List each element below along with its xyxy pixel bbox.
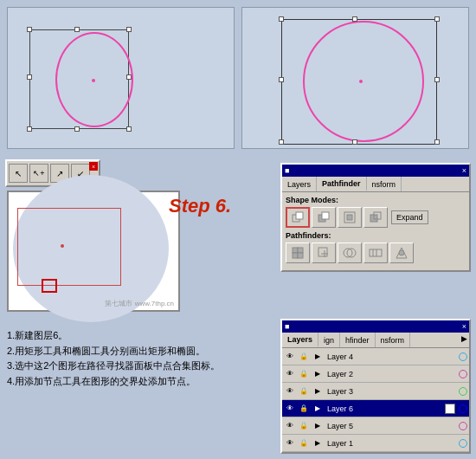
arrow-icon-4[interactable]: ▶ (312, 351, 324, 363)
tab-align[interactable]: ign (318, 333, 340, 347)
shape-modes-row: Expand (286, 207, 466, 228)
lock-icon-5[interactable]: 🔒 (298, 420, 310, 432)
pathfinder-close-button[interactable]: × (462, 166, 466, 175)
mid-left: × ↖ ↖+ ↗ ↙ 第七城市 www.7thp.cn (0, 156, 234, 325)
handle-r-bm[interactable] (352, 139, 357, 145)
svg-rect-3 (322, 212, 329, 219)
layer-row-6[interactable]: 👁 🔒 ▶ Layer 6 (282, 400, 469, 417)
svg-rect-17 (370, 249, 382, 256)
handle-r-bl[interactable] (279, 139, 284, 145)
shape-mode-btn-2[interactable] (312, 207, 336, 228)
svg-rect-8 (293, 248, 298, 253)
tool-select[interactable]: ↖ (9, 164, 28, 183)
handle-r-mr[interactable] (434, 77, 440, 82)
instructions-panel: 1.新建图层6。 2.用矩形工具和椭圆工具分别画出矩形和椭圆。 3.选中这2个图… (5, 325, 239, 456)
handle-r-tm[interactable] (352, 16, 357, 22)
arrow-icon-6[interactable]: ▶ (312, 403, 324, 415)
eye-icon-6[interactable]: 👁 (284, 403, 296, 415)
handle-br[interactable] (126, 126, 132, 132)
watermark-mid: 第七城市 www.7thp.cn (105, 299, 174, 308)
toolbar-close-button[interactable]: × (89, 162, 98, 171)
arrow-icon-3[interactable]: ▶ (312, 385, 324, 398)
layers-panel: ■ × Layers ign hfinder nsform ▶ 👁 🔒 ▶ La… (280, 319, 471, 454)
shape-mode-btn-1[interactable] (286, 207, 310, 228)
handle-tm[interactable] (74, 27, 80, 32)
arrow-icon-5[interactable]: ▶ (312, 420, 324, 432)
inner-rectangle (17, 208, 121, 286)
layer-row-3[interactable]: 👁 🔒 ▶ Layer 3 (282, 383, 469, 400)
svg-rect-10 (293, 253, 298, 258)
expand-button[interactable]: Expand (391, 210, 428, 224)
layer-row-5[interactable]: 👁 🔒 ▶ Layer 5 (282, 417, 469, 435)
layer-row-4[interactable]: 👁 🔒 ▶ Layer 4 (282, 348, 469, 365)
layer-name-4: Layer 4 (325, 352, 457, 361)
layer-circle-6 (459, 404, 467, 413)
layers-title-icon: ■ (285, 322, 289, 331)
center-dot-right (359, 80, 363, 83)
handle-r-ml[interactable] (279, 77, 284, 82)
handle-bm[interactable] (74, 126, 80, 132)
handle-r-br[interactable] (434, 139, 440, 145)
instruction-line-1: 1.新建图层6。 (7, 328, 237, 344)
tab-transform-l[interactable]: nsform (376, 333, 411, 347)
eye-icon-3[interactable]: 👁 (284, 385, 296, 398)
tab-layers-main[interactable]: Layers (282, 333, 318, 347)
svg-rect-12 (318, 248, 327, 256)
svg-rect-1 (296, 212, 303, 219)
svg-rect-5 (347, 215, 352, 220)
handle-r-tl[interactable] (279, 16, 284, 22)
arrow-icon-1[interactable]: ▶ (312, 437, 324, 449)
lock-icon-4[interactable]: 🔒 (298, 351, 310, 363)
pathfinder-btn-2[interactable] (312, 242, 336, 263)
eye-icon-5[interactable]: 👁 (284, 420, 296, 432)
tab-layers[interactable]: Layers (282, 177, 317, 191)
layers-menu-btn[interactable]: ▶ (460, 333, 469, 347)
handle-tr[interactable] (126, 27, 132, 32)
lock-icon-6[interactable]: 🔒 (298, 403, 310, 415)
top-section (0, 0, 476, 156)
layer-circle-2 (459, 370, 467, 378)
layer-swatch-6 (445, 404, 455, 414)
tab-transform[interactable]: nsform (367, 177, 402, 191)
pathfinders-label: Pathfinders: (286, 231, 466, 240)
handle-r-tr[interactable] (434, 16, 440, 22)
right-canvas-panel (241, 7, 469, 149)
step-label: Step 6. (169, 195, 231, 217)
layer-row-1[interactable]: 👁 🔒 ▶ Layer 1 (282, 435, 469, 452)
pathfinders-row (286, 242, 466, 263)
layers-close-button[interactable]: × (462, 322, 466, 331)
pathfinder-btn-1[interactable] (286, 242, 310, 263)
layers-titlebar: ■ × (282, 320, 469, 333)
pathfinder-btn-4[interactable] (363, 242, 388, 263)
pathfinder-panel: ■ × Layers Pathfinder nsform Shape Modes… (280, 163, 471, 272)
lock-icon-3[interactable]: 🔒 (298, 385, 310, 398)
center-dot-drawing (61, 244, 64, 248)
handle-bl[interactable] (27, 126, 32, 132)
lock-icon-2[interactable]: 🔒 (298, 368, 310, 380)
instruction-line-2: 2.用矩形工具和椭圆工具分别画出矩形和椭圆。 (7, 344, 237, 359)
pathfinder-btn-5[interactable] (389, 242, 414, 263)
instruction-line-4: 4.用添加节点工具在图形的交界处添加节点。 (7, 374, 237, 390)
shape-mode-btn-4[interactable] (363, 207, 388, 228)
arrow-icon-2[interactable]: ▶ (312, 368, 324, 380)
tool-direct-select[interactable]: ↖+ (29, 164, 48, 183)
center-dot-left (92, 79, 95, 82)
shape-mode-btn-3[interactable] (338, 207, 362, 228)
handle-ml[interactable] (27, 74, 32, 80)
svg-rect-9 (298, 248, 303, 253)
eye-icon-2[interactable]: 👁 (284, 368, 296, 380)
layer-name-5: Layer 5 (325, 422, 457, 430)
svg-rect-11 (298, 253, 303, 258)
layer-row-2[interactable]: 👁 🔒 ▶ Layer 2 (282, 365, 469, 383)
layer-name-1: Layer 1 (325, 439, 457, 448)
pathfinder-title-icon: ■ (285, 166, 289, 175)
layer-circle-4 (459, 352, 467, 361)
lock-icon-1[interactable]: 🔒 (298, 437, 310, 449)
handle-tl[interactable] (27, 27, 32, 32)
eye-icon-4[interactable]: 👁 (284, 351, 296, 363)
tab-pathfinder-l[interactable]: hfinder (340, 333, 376, 347)
pathfinder-btn-3[interactable] (338, 242, 362, 263)
tab-pathfinder[interactable]: Pathfinder (317, 177, 367, 191)
layer-circle-5 (459, 422, 467, 430)
eye-icon-1[interactable]: 👁 (284, 437, 296, 449)
